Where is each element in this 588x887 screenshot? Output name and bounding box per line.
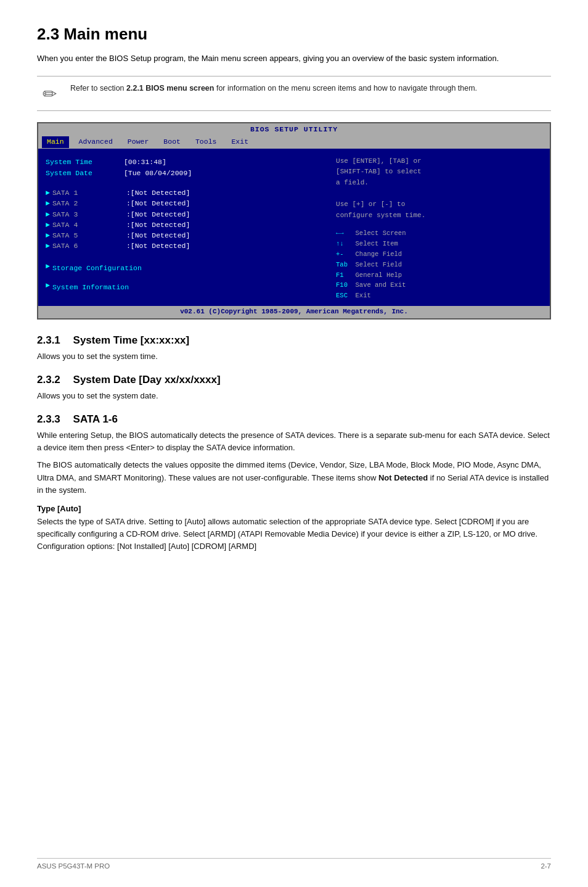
footer-right: 2-7 (541, 862, 551, 870)
footer-left: ASUS P5G43T-M PRO (37, 862, 110, 870)
bios-left-panel: System Time [00:31:48] System Date [Tue … (42, 152, 330, 302)
bios-key-updown: ↑↓ Select Item (336, 239, 540, 249)
bios-sata2-value: :[Not Detected] (126, 198, 190, 208)
bios-sata4-row: ► SATA 4 :[Not Detected] (46, 220, 326, 230)
heading-231: 2.3.1 System Time [xx:xx:xx] (37, 334, 551, 347)
bios-menu-advanced[interactable]: Advanced (74, 136, 118, 148)
bios-sata1-label: SATA 1 (52, 188, 126, 198)
bios-sata5-arrow: ► (46, 230, 50, 241)
bios-sata4-value: :[Not Detected] (126, 220, 190, 230)
bios-sata3-arrow: ► (46, 209, 50, 220)
page-footer: ASUS P5G43T-M PRO 2-7 (37, 858, 551, 870)
bios-titlebar: BIOS SETUP UTILITY (38, 123, 550, 136)
bios-menubar: Main Advanced Power Boot Tools Exit (38, 136, 550, 149)
bios-system-time-value: [00:31:48] (120, 157, 166, 168)
bios-sata2-arrow: ► (46, 198, 50, 208)
intro-text: When you enter the BIOS Setup program, t… (37, 52, 551, 65)
note-icon: ✏ (37, 84, 62, 104)
text-233-body1: While entering Setup, the BIOS automatic… (37, 429, 551, 454)
text-233-body2: The BIOS automatically detects the value… (37, 459, 551, 496)
bios-sata6-arrow: ► (46, 241, 50, 251)
heading-232: 2.3.2 System Date [Day xx/xx/xxxx] (37, 374, 551, 386)
note-box: ✏ Refer to section 2.2.1 BIOS menu scree… (37, 76, 551, 111)
bios-screen: BIOS SETUP UTILITY Main Advanced Power B… (37, 122, 551, 320)
bios-keys: ←→ Select Screen ↑↓ Select Item +- Chang… (336, 228, 540, 301)
heading-type-auto: Type [Auto] (37, 504, 551, 513)
bios-key-f1: F1 General Help (336, 270, 540, 281)
bios-system-date-label: System Date (46, 168, 120, 179)
bios-sata1-arrow: ► (46, 188, 50, 198)
heading-233-num: 2.3.3 (37, 413, 60, 425)
heading-231-num: 2.3.1 (37, 334, 60, 346)
bios-sata6-label: SATA 6 (52, 241, 126, 251)
bios-sata5-label: SATA 5 (52, 230, 126, 241)
bios-storage-config-row: ► Storage Configuration (46, 258, 326, 274)
text-233-body2-bold: Not Detected (378, 473, 428, 482)
bios-hint: Use [ENTER], [TAB] or [SHIFT-TAB] to sel… (336, 156, 540, 221)
bios-sata2-label: SATA 2 (52, 198, 126, 208)
bios-system-date-row: System Date [Tue 08/04/2009] (46, 168, 326, 179)
bios-key-plusminus: +- Change Field (336, 249, 540, 260)
bios-sata3-label: SATA 3 (52, 209, 126, 220)
heading-233-title: SATA 1-6 (73, 413, 118, 425)
bios-sata2-row: ► SATA 2 :[Not Detected] (46, 198, 326, 208)
heading-232-title: System Date [Day xx/xx/xxxx] (73, 374, 221, 386)
bios-sata4-label: SATA 4 (52, 220, 126, 230)
heading-231-title: System Time [xx:xx:xx] (73, 334, 190, 346)
bios-sysinfo-label: System Information (52, 282, 129, 292)
bios-sata1-value: :[Not Detected] (126, 188, 190, 198)
bios-system-time-label: System Time (46, 157, 120, 168)
bios-sysinfo-row: ► System Information (46, 277, 326, 294)
bios-sata-rows: ► SATA 1 :[Not Detected] ► SATA 2 :[Not … (46, 188, 326, 252)
bios-menu-main[interactable]: Main (42, 136, 69, 148)
bios-storage-arrow: ► (46, 261, 50, 271)
note-text-after: for information on the menu screen items… (214, 84, 477, 93)
note-text: Refer to section 2.2.1 BIOS menu screen … (70, 83, 477, 94)
bios-key-tab: Tab Select Field (336, 260, 540, 270)
bios-menu-power[interactable]: Power (123, 136, 154, 148)
note-text-before: Refer to section (70, 84, 126, 93)
bios-sysinfo-arrow: ► (46, 280, 50, 291)
bios-menu-tools[interactable]: Tools (190, 136, 222, 148)
text-type-auto: Selects the type of SATA drive. Setting … (37, 516, 551, 553)
bios-sata3-value: :[Not Detected] (126, 209, 190, 220)
note-link: 2.2.1 BIOS menu screen (126, 84, 214, 93)
bios-menu-boot[interactable]: Boot (158, 136, 186, 148)
bios-sata5-row: ► SATA 5 :[Not Detected] (46, 230, 326, 241)
bios-right-panel: Use [ENTER], [TAB] or [SHIFT-TAB] to sel… (330, 152, 546, 302)
bios-system-time-row: System Time [00:31:48] (46, 157, 326, 168)
bios-sata6-row: ► SATA 6 :[Not Detected] (46, 241, 326, 251)
bios-key-arrows: ←→ Select Screen (336, 228, 540, 239)
bios-storage-config-label: Storage Configuration (52, 263, 142, 273)
heading-232-num: 2.3.2 (37, 374, 60, 386)
bios-sata4-arrow: ► (46, 220, 50, 230)
bios-menu-exit[interactable]: Exit (226, 136, 253, 148)
text-232: Allows you to set the system date. (37, 390, 551, 402)
bios-system-date-value: [Tue 08/04/2009] (120, 168, 192, 179)
bios-footer: v02.61 (C)Copyright 1985-2009, American … (38, 306, 550, 318)
section-heading: 2.3 Main menu (37, 25, 551, 44)
bios-sata5-value: :[Not Detected] (126, 230, 190, 241)
bios-sata3-row: ► SATA 3 :[Not Detected] (46, 209, 326, 220)
heading-233: 2.3.3 SATA 1-6 (37, 413, 551, 426)
text-231: Allows you to set the system time. (37, 350, 551, 363)
bios-key-f10: F10 Save and Exit (336, 280, 540, 291)
bios-key-esc: ESC Exit (336, 291, 540, 301)
bios-sata1-row: ► SATA 1 :[Not Detected] (46, 188, 326, 198)
bios-sata6-value: :[Not Detected] (126, 241, 190, 251)
bios-body: System Time [00:31:48] System Date [Tue … (38, 149, 550, 306)
